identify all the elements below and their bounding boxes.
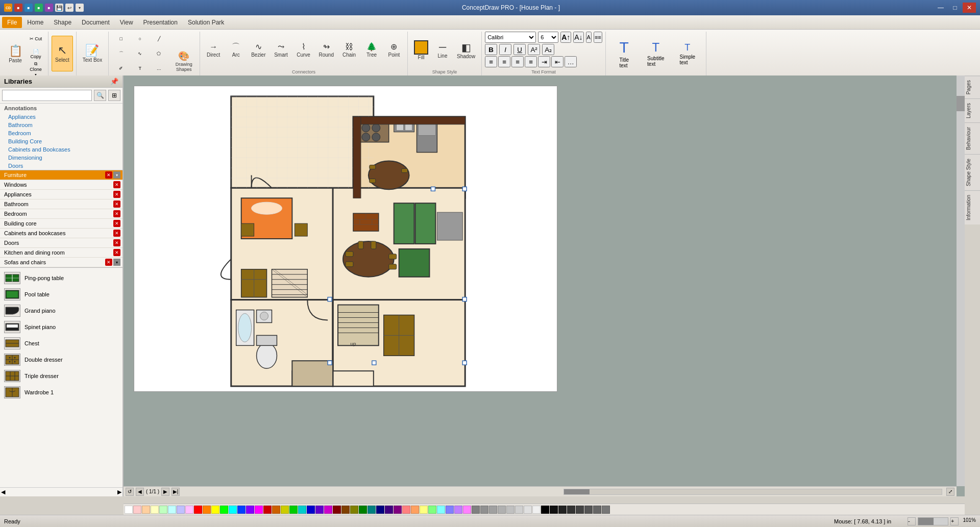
color-peach[interactable]	[411, 506, 419, 514]
quick-save-icon[interactable]: 💾	[55, 4, 63, 12]
vtab-pages[interactable]: Pages	[965, 76, 980, 98]
color-magenta[interactable]	[255, 506, 263, 514]
item-wardrobe[interactable]: Wardrobe 1	[2, 384, 120, 400]
freehand-tool[interactable]: ✐	[112, 61, 130, 76]
text-indent-button[interactable]: ⇥	[538, 56, 550, 67]
close-button[interactable]: ✕	[963, 3, 976, 13]
color-dark-cyan[interactable]	[298, 506, 306, 514]
nav-add-page-button[interactable]: ▶|	[172, 488, 180, 496]
menu-shape[interactable]: Shape	[48, 17, 77, 28]
color-green[interactable]	[220, 506, 228, 514]
subscript-button[interactable]: A₂	[542, 44, 554, 55]
round-connector-button[interactable]: ↬ Round	[316, 35, 337, 65]
color-white[interactable]	[125, 506, 133, 514]
color-forest-green[interactable]	[359, 506, 367, 514]
item-chest[interactable]: Chest	[2, 335, 120, 352]
zoom-in-button[interactable]: +	[950, 517, 959, 525]
lib-cabinets[interactable]: Cabinets and Bookcases	[0, 145, 122, 154]
menu-file[interactable]: File	[2, 17, 22, 28]
color-brown[interactable]	[341, 506, 350, 514]
color-yellow[interactable]	[211, 506, 219, 514]
color-gray-40[interactable]	[593, 506, 601, 514]
active-lib-windows[interactable]: Windows ✕	[0, 180, 122, 190]
color-gray-47[interactable]	[602, 506, 610, 514]
text-tool[interactable]: T	[131, 61, 149, 76]
item-ping-pong-table[interactable]: Ping-pong table	[2, 270, 120, 286]
text-outdent-button[interactable]: ⇤	[551, 56, 564, 67]
color-indigo[interactable]	[385, 506, 393, 514]
lib-dimensioning[interactable]: Dimensioning	[0, 154, 122, 162]
color-light-blue[interactable]	[177, 506, 185, 514]
color-dark-purple[interactable]	[315, 506, 324, 514]
active-lib-doors[interactable]: Doors ✕	[0, 238, 122, 248]
lib-bathroom[interactable]: Bathroom	[0, 121, 122, 129]
color-pale-cyan[interactable]	[437, 506, 445, 514]
scrollbar-thumb-h[interactable]	[564, 489, 590, 494]
menu-view[interactable]: View	[115, 17, 138, 28]
clone-button[interactable]: ⧉ Clone ▾	[27, 62, 45, 77]
color-orange[interactable]	[203, 506, 211, 514]
line-tool[interactable]: ╱	[150, 32, 168, 46]
menu-document[interactable]: Document	[77, 17, 115, 28]
kitchen-close[interactable]: ✕	[113, 249, 120, 256]
canvas-container[interactable]: up	[124, 76, 965, 496]
align-center-button[interactable]: ≡	[498, 56, 510, 67]
subtitle-text-button[interactable]: T Subtitletext	[641, 36, 671, 71]
color-light-green[interactable]	[159, 506, 167, 514]
underline-button[interactable]: U	[513, 44, 526, 55]
color-light-peach[interactable]	[142, 506, 150, 514]
color-gray-75[interactable]	[506, 506, 514, 514]
font-size-decrease[interactable]: A↓	[573, 32, 583, 43]
color-dark-violet[interactable]	[394, 506, 402, 514]
smart-connector-button[interactable]: ⤳ Smart	[271, 35, 291, 65]
active-lib-kitchen[interactable]: Kitchen and dining room ✕	[0, 248, 122, 258]
active-lib-furniture[interactable]: Furniture ✕ ▾	[0, 170, 122, 180]
poly-tool[interactable]: ⬠	[150, 46, 168, 61]
active-lib-sofas[interactable]: Sofas and chairs ✕ ▾	[0, 258, 122, 267]
text-more-button[interactable]: …	[565, 56, 577, 67]
color-blue[interactable]	[237, 506, 246, 514]
color-gray-69[interactable]	[498, 506, 506, 514]
bedroom-close[interactable]: ✕	[113, 210, 120, 217]
nav-prev-page-button[interactable]: ◀	[136, 488, 144, 496]
appliances-close[interactable]: ✕	[113, 191, 120, 198]
vtab-shape-style[interactable]: Shape Style	[965, 154, 980, 190]
search-input[interactable]	[2, 90, 92, 101]
nav-expand-button[interactable]: ⤢	[946, 488, 954, 496]
active-lib-bathroom[interactable]: Bathroom ✕	[0, 199, 122, 209]
furniture-scroll-down[interactable]: ▾	[113, 171, 120, 179]
building-core-close[interactable]: ✕	[113, 220, 120, 227]
sidebar-pin-icon[interactable]: 📌	[110, 78, 118, 85]
grid-view-button[interactable]: ⊞	[108, 90, 120, 101]
color-gray-7[interactable]	[550, 506, 558, 514]
arc-tool-draw[interactable]: ⌒	[112, 46, 130, 61]
item-spinet-piano[interactable]: Spinet piano	[2, 319, 120, 335]
item-grand-piano[interactable]: Grand piano	[2, 303, 120, 319]
font-size-selector[interactable]: 6	[538, 32, 558, 43]
bezier-draw[interactable]: ∿	[131, 46, 149, 61]
color-cyan[interactable]	[229, 506, 237, 514]
color-lavender[interactable]	[454, 506, 462, 514]
color-navy[interactable]	[376, 506, 384, 514]
tree-connector-button[interactable]: 🌲 Tree	[361, 35, 382, 65]
color-salmon[interactable]	[402, 506, 410, 514]
sofas-close[interactable]: ✕	[105, 259, 112, 266]
sidebar-scroll-left[interactable]: ◀	[1, 489, 5, 495]
color-gray-33[interactable]	[584, 506, 593, 514]
align-right-button[interactable]: ≡	[511, 56, 524, 67]
bold-button[interactable]: B	[485, 44, 497, 55]
drawing-shapes-button[interactable]: 🎨 DrawingShapes	[171, 43, 197, 79]
superscript-button[interactable]: A²	[528, 44, 540, 55]
color-gray-63[interactable]	[489, 506, 497, 514]
color-dark-blue[interactable]	[307, 506, 315, 514]
color-pale-yellow[interactable]	[420, 506, 428, 514]
active-lib-bedroom[interactable]: Bedroom ✕	[0, 209, 122, 219]
vtab-layers[interactable]: Layers	[965, 98, 980, 122]
color-light-yellow[interactable]	[151, 506, 159, 514]
drawing-canvas[interactable]: up	[134, 86, 557, 392]
bathroom-close[interactable]: ✕	[113, 200, 120, 208]
nav-refresh-button[interactable]: ↺	[126, 488, 134, 496]
curve-connector-button[interactable]: ⌇ Curve	[293, 35, 314, 65]
extra-btn[interactable]: ≡≡	[594, 32, 602, 43]
item-pool-table[interactable]: Pool table	[2, 286, 120, 303]
